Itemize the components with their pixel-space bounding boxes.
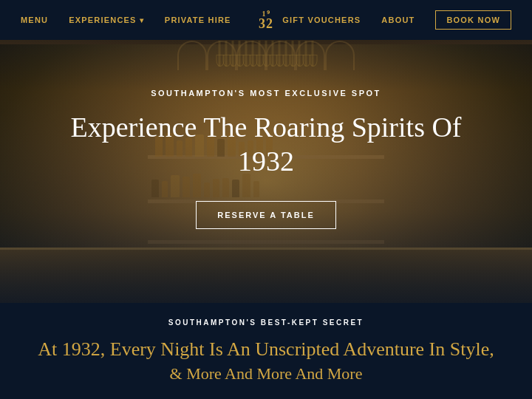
nav-private-hire[interactable]: PRIVATE HIRE bbox=[165, 16, 231, 24]
nav-logo[interactable]: 1⁹ 32 bbox=[248, 4, 284, 35]
nav-experiences[interactable]: EXPERIENCES bbox=[69, 16, 144, 24]
hero-content: SOUTHAMPTON'S MOST EXCLUSIVE SPOT Experi… bbox=[0, 0, 532, 303]
section-title-line1: At 1932, Every Night Is An Unscripted Ad… bbox=[38, 337, 494, 362]
nav-left: MENU EXPERIENCES PRIVATE HIRE bbox=[21, 16, 231, 24]
hero-subtitle: SOUTHAMPTON'S MOST EXCLUSIVE SPOT bbox=[151, 89, 381, 98]
hero-section: SOUTHAMPTON'S MOST EXCLUSIVE SPOT Experi… bbox=[0, 0, 532, 303]
hero-title: Experience The Roaring Spirits Of 1932 bbox=[52, 111, 480, 178]
svg-text:32: 32 bbox=[259, 16, 273, 31]
book-now-button[interactable]: BOOK NOW bbox=[435, 10, 511, 30]
nav-about[interactable]: ABOUT bbox=[381, 16, 415, 24]
reserve-table-button[interactable]: RESERVE A TABLE bbox=[196, 201, 335, 229]
below-hero-section: SOUTHAMPTON'S BEST-KEPT SECRET At 1932, … bbox=[0, 303, 532, 399]
nav-gift-vouchers[interactable]: GIFT VOUCHERS bbox=[282, 16, 361, 24]
nav-menu[interactable]: MENU bbox=[21, 16, 48, 24]
section-subtitle: SOUTHAMPTON'S BEST-KEPT SECRET bbox=[168, 318, 364, 327]
navigation: MENU EXPERIENCES PRIVATE HIRE 1⁹ 32 GIFT… bbox=[0, 0, 532, 40]
section-title-line2: & More And More And More bbox=[170, 364, 363, 383]
nav-right: GIFT VOUCHERS ABOUT BOOK NOW bbox=[282, 10, 511, 30]
